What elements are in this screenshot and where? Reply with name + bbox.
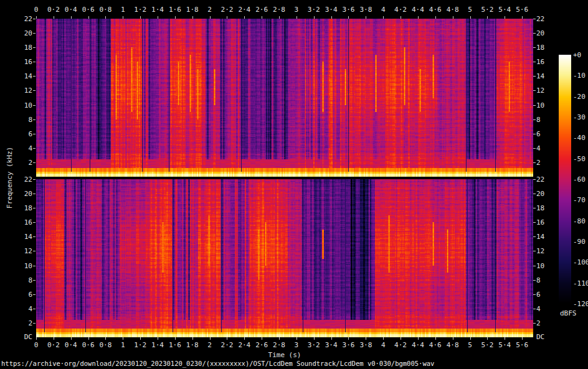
x-axis-label: Time (s) bbox=[268, 351, 301, 359]
tick-mark bbox=[418, 16, 419, 19]
tick-mark bbox=[533, 105, 536, 106]
tick-mark bbox=[33, 323, 36, 324]
tick-mark bbox=[33, 105, 36, 106]
time-tick-label: 3 bbox=[295, 341, 299, 349]
tick-mark bbox=[227, 16, 227, 19]
tick-mark bbox=[140, 16, 141, 19]
tick-mark bbox=[533, 194, 536, 194]
tick-mark bbox=[158, 16, 158, 19]
tick-mark bbox=[227, 337, 227, 340]
freq-tick-label: 6 bbox=[536, 291, 541, 299]
tick-mark bbox=[533, 76, 536, 77]
tick-mark bbox=[244, 337, 245, 340]
tick-mark bbox=[487, 337, 488, 340]
time-tick-label: 2·2 bbox=[221, 341, 234, 349]
time-tick-label: 1·8 bbox=[186, 341, 199, 349]
time-tick-label: 2·4 bbox=[238, 341, 250, 349]
freq-tick-label: 4 bbox=[536, 305, 541, 313]
tick-mark bbox=[88, 16, 89, 19]
tick-mark bbox=[33, 266, 36, 266]
tick-mark bbox=[175, 16, 176, 19]
time-tick-label: 1·4 bbox=[151, 341, 164, 349]
tick-mark bbox=[296, 337, 297, 340]
tick-mark bbox=[36, 16, 37, 19]
tick-mark bbox=[105, 16, 106, 19]
time-tick-label: 2·2 bbox=[221, 6, 234, 14]
freq-tick-label: 20 bbox=[24, 190, 32, 198]
tick-mark bbox=[331, 16, 332, 19]
freq-tick-label: 18 bbox=[24, 44, 32, 52]
tick-mark bbox=[383, 337, 384, 340]
time-tick-label: 1·4 bbox=[151, 6, 164, 14]
tick-mark bbox=[418, 337, 419, 340]
tick-mark bbox=[522, 16, 523, 19]
tick-mark bbox=[54, 16, 54, 19]
tick-mark bbox=[435, 337, 436, 340]
time-tick-label: 3·8 bbox=[359, 6, 372, 14]
tick-mark bbox=[533, 323, 536, 324]
tick-mark bbox=[279, 337, 280, 340]
tick-mark bbox=[105, 337, 106, 340]
freq-tick-label: 14 bbox=[536, 233, 544, 241]
freq-tick-label: 4 bbox=[536, 144, 541, 152]
y-axis-label: Frequency (kHz) bbox=[6, 134, 14, 222]
tick-mark bbox=[470, 16, 471, 19]
freq-tick-label: 16 bbox=[24, 218, 32, 227]
colorbar-tick-label: -10 bbox=[573, 72, 586, 80]
tick-mark bbox=[533, 222, 536, 223]
spectrogram-figure: Frequency (kHz) Time (s) dBFS https://ar… bbox=[0, 0, 588, 369]
tick-mark bbox=[435, 16, 436, 19]
time-tick-label: 4·8 bbox=[447, 341, 459, 349]
time-tick-label: 4·6 bbox=[429, 341, 442, 349]
time-tick-label: 5 bbox=[468, 6, 472, 14]
tick-mark bbox=[470, 337, 471, 340]
time-tick-label: 0 bbox=[34, 6, 39, 14]
tick-mark bbox=[33, 280, 36, 281]
freq-tick-label: 16 bbox=[24, 58, 32, 66]
tick-mark bbox=[533, 134, 536, 134]
time-tick-label: 5·2 bbox=[481, 6, 493, 14]
time-tick-label: 5 bbox=[468, 341, 472, 349]
colorbar-tick-label: -50 bbox=[573, 155, 586, 163]
time-tick-label: 0·6 bbox=[82, 341, 95, 349]
freq-tick-label: 18 bbox=[24, 204, 32, 212]
tick-mark bbox=[33, 148, 36, 149]
time-tick-label: 4·6 bbox=[429, 6, 442, 14]
time-tick-label: 1 bbox=[121, 341, 125, 349]
freq-tick-label: 4 bbox=[28, 305, 32, 313]
time-tick-label: 3·4 bbox=[325, 341, 338, 349]
tick-mark bbox=[33, 162, 36, 163]
time-tick-label: 2·4 bbox=[238, 6, 250, 14]
colorbar-tick-label: -110 bbox=[573, 279, 588, 287]
tick-mark bbox=[533, 90, 536, 91]
time-tick-label: 3 bbox=[295, 6, 299, 14]
tick-mark bbox=[158, 337, 158, 340]
tick-mark bbox=[533, 236, 536, 237]
tick-mark bbox=[366, 16, 366, 19]
tick-mark bbox=[348, 16, 349, 19]
freq-tick-label: 10 bbox=[536, 101, 544, 110]
tick-mark bbox=[533, 280, 536, 281]
freq-tick-label: 18 bbox=[536, 44, 544, 52]
time-tick-label: 4·4 bbox=[412, 6, 424, 14]
tick-mark bbox=[123, 337, 123, 340]
time-tick-label: 0·8 bbox=[100, 341, 112, 349]
freq-tick-label: 6 bbox=[536, 130, 541, 138]
footer-url: https://archive·org/download/20230120_20… bbox=[1, 360, 434, 368]
freq-tick-label: 6 bbox=[28, 291, 32, 299]
tick-mark bbox=[533, 179, 536, 180]
tick-mark bbox=[533, 251, 536, 251]
time-tick-label: 0·4 bbox=[65, 341, 77, 349]
colorbar-tick-label: -30 bbox=[573, 113, 586, 121]
colorbar-tick-label: -100 bbox=[573, 258, 588, 266]
freq-tick-label: 10 bbox=[24, 101, 32, 110]
tick-mark bbox=[453, 16, 453, 19]
tick-mark bbox=[33, 236, 36, 237]
tick-mark bbox=[33, 19, 36, 19]
time-tick-label: 0 bbox=[34, 341, 39, 349]
freq-tick-label: 12 bbox=[536, 247, 544, 255]
tick-mark bbox=[71, 337, 72, 340]
time-tick-label: 0·8 bbox=[100, 6, 112, 14]
freq-tick-label: 4 bbox=[28, 144, 32, 152]
time-tick-label: 5·4 bbox=[498, 6, 511, 14]
